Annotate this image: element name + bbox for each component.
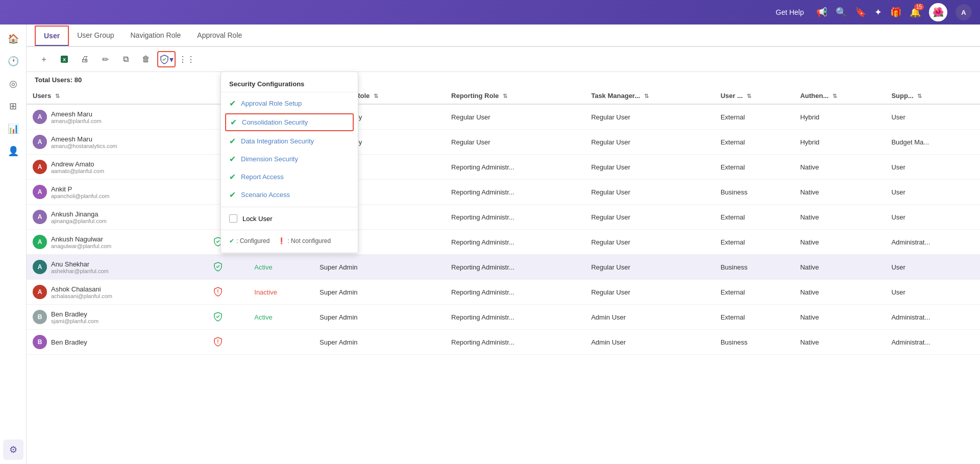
notification-icon[interactable]: 🔔 15 [910,7,921,18]
legend-check-icon: ✔ [229,237,234,245]
tab-user-group[interactable]: User Group [69,26,122,45]
sidebar-person-icon[interactable]: 👤 [3,141,23,161]
shield-cell: ! [207,280,249,305]
dropdown-item-approval-role[interactable]: ✔ Approval Role Setup [221,94,358,112]
user-name: Ben Bradley [51,338,87,346]
user-cell: B Ben Bradley sjami@planful.com [27,305,207,330]
top-header: Get Help 📢 🔍 🔖 ✦ 🎁 🔔 15 🌺 A [0,0,980,25]
table-row[interactable]: A Anu Shekhar ashekhar@planful.com Activ… [27,255,980,280]
shield-cell [207,305,249,330]
status-cell: Active [248,305,313,330]
excel-button[interactable]: X [55,51,74,67]
dropdown-item-report-access[interactable]: ✔ Report Access [221,168,358,186]
legend-not-configured: ❗ : Not configured [278,237,331,245]
sidebar-target-icon[interactable]: ◎ [3,74,23,94]
auth-cell: Native [794,330,886,355]
dropdown-item-lock-user[interactable]: Lock User [221,210,358,227]
table-row[interactable]: A Ameesh Maru amaru@hostanalytics.com Mo… [27,130,980,155]
sidebar-clock-icon[interactable]: 🕐 [3,51,23,71]
user-avatar[interactable]: A [955,4,972,20]
dropdown-label-report: Report Access [241,173,284,181]
print-button[interactable]: 🖨 [76,51,94,67]
col-support[interactable]: Supp... ⇅ [885,88,980,104]
tab-approval-role[interactable]: Approval Role [189,26,250,45]
security-button[interactable]: ▾ [157,51,176,67]
sidebar-grid-icon[interactable]: ⊞ [3,96,23,116]
more-settings-button[interactable]: ⋮⋮ [178,51,196,67]
support-cell: User [885,205,980,230]
total-users: Total Users: 80 [27,72,980,88]
tab-user[interactable]: User [35,26,69,46]
check-icon-dimension: ✔ [229,154,236,164]
col-auth[interactable]: Authen... ⇅ [794,88,886,104]
status-cell: Inactive [248,280,313,305]
table-row[interactable]: A Ashok Chalasani achalasani@planful.com… [27,280,980,305]
dropdown-item-consolidation[interactable]: ✔ Consolidation Security [225,113,354,131]
table-row[interactable]: A Ankit P apancholi@planful.com Super Ad… [27,180,980,205]
copy-button[interactable]: ⧉ [116,51,135,67]
notification-badge: 15 [914,4,924,10]
avatar: B [33,310,47,324]
reporting-role-cell: Reporting Administr... [445,155,585,180]
avatar: A [33,285,47,299]
support-cell: Administrat... [885,305,980,330]
get-help-label[interactable]: Get Help [776,8,804,16]
col-task-manager[interactable]: Task Manager... ⇅ [585,88,715,104]
megaphone-icon[interactable]: 📢 [816,7,827,18]
check-icon-scenario: ✔ [229,190,236,200]
navigation-role-cell: Super Admin [313,330,445,355]
search-icon[interactable]: 🔍 [836,7,847,18]
dropdown-divider [221,207,358,207]
sidebar-home-icon[interactable]: 🏠 [3,29,23,49]
delete-button[interactable]: 🗑 [137,51,155,67]
reporting-role-cell: Regular User [445,130,585,155]
shield-cell: ! [207,330,249,355]
task-manager-cell: Regular User [585,280,715,305]
user-type-cell: External [715,130,794,155]
avatar: A [33,110,47,124]
dropdown-item-scenario[interactable]: ✔ Scenario Access [221,186,358,204]
bookmark-icon[interactable]: 🔖 [855,7,866,18]
user-type-cell: External [715,104,794,130]
support-cell: User [885,155,980,180]
dropdown-item-data-integration[interactable]: ✔ Data Integration Security [221,132,358,150]
legend-not-configured-label: : Not configured [287,237,331,245]
task-manager-cell: Regular User [585,205,715,230]
navigation-role-cell: Super Admin [313,305,445,330]
user-name: Anu Shekhar [51,260,109,268]
table-row[interactable]: B Ben Bradley ! Super Admin Reporting Ad… [27,330,980,355]
auth-cell: Hybrid [794,130,886,155]
table-row[interactable]: A Andrew Amato aamato@planful.com Super … [27,155,980,180]
col-user-type[interactable]: User ... ⇅ [715,88,794,104]
user-email: ajinanga@planful.com [51,218,107,224]
auth-cell: Native [794,230,886,255]
tab-navigation-role[interactable]: Navigation Role [122,26,189,45]
lock-user-checkbox[interactable] [229,214,237,223]
table-container[interactable]: Users ⇅ Navigation Role ⇅ Reporting Role… [27,88,980,464]
col-users[interactable]: Users ⇅ [27,88,207,104]
user-type-cell: External [715,230,794,255]
table-body: A Ameesh Maru amaru@planful.com Modeling… [27,104,980,355]
compass-icon[interactable]: ✦ [874,7,882,18]
sidebar-settings-icon[interactable]: ⚙ [3,439,23,460]
task-manager-cell: Regular User [585,255,715,280]
reporting-role-cell: Regular User [445,104,585,130]
gift-icon[interactable]: 🎁 [890,7,901,18]
add-button[interactable]: ＋ [35,51,53,67]
table-row[interactable]: A Ameesh Maru amaru@planful.com Modeling… [27,104,980,130]
check-icon-approval: ✔ [229,99,236,108]
table-row[interactable]: B Ben Bradley sjami@planful.com Active S… [27,305,980,330]
dropdown-item-dimension[interactable]: ✔ Dimension Security [221,150,358,168]
status-cell: Active [248,255,313,280]
edit-button[interactable]: ✏ [96,51,114,67]
table-row[interactable]: A Ankush Nagulwar anagulwar@planful.com … [27,230,980,255]
user-email: anagulwar@planful.com [51,243,111,249]
table-row[interactable]: A Ankush Jinanga ajinanga@planful.com Su… [27,205,980,230]
user-email: amaru@hostanalytics.com [51,143,117,149]
sidebar-chart-icon[interactable]: 📊 [3,118,23,139]
planful-logo-avatar[interactable]: 🌺 [929,3,947,21]
lock-user-label: Lock User [242,215,273,223]
task-manager-cell: Admin User [585,330,715,355]
col-reporting-role[interactable]: Reporting Role ⇅ [445,88,585,104]
status-badge: Active [254,313,272,321]
